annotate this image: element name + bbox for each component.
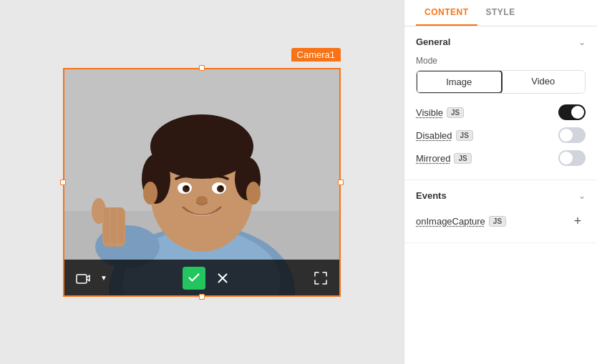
prop-row-disabled: Disabled JS — [416, 124, 586, 147]
camera-widget: ▼ — [63, 68, 341, 297]
js-badge-onImageCapture[interactable]: JS — [489, 216, 506, 227]
svg-rect-20 — [111, 207, 117, 243]
prop-name-disabled: Disabled — [416, 130, 452, 141]
svg-point-13 — [185, 186, 188, 189]
handle-top-center[interactable] — [199, 65, 205, 71]
prop-name-visible: Visible — [416, 107, 443, 118]
panel-tabs: CONTENT STYLE — [404, 0, 597, 26]
svg-point-23 — [246, 182, 261, 205]
cancel-button[interactable] — [211, 267, 234, 290]
section-general-header: General ⌄ — [416, 36, 586, 47]
prop-row-mirrored: Mirrored JS — [416, 147, 586, 169]
camera-label[interactable]: Camera1 — [291, 48, 341, 62]
camera-toolbar: ▼ — [63, 260, 341, 297]
widget-wrapper: Camera1 — [63, 68, 341, 297]
handle-mid-left[interactable] — [60, 179, 66, 185]
prop-left-visible: Visible JS — [416, 107, 464, 118]
tab-style[interactable]: STYLE — [477, 0, 524, 26]
svg-point-14 — [220, 186, 223, 189]
toggle-knob-disabled — [560, 129, 573, 142]
prop-row-visible: Visible JS — [416, 101, 586, 124]
mode-row: Mode Image Video — [416, 56, 586, 94]
chevron-down-icon[interactable]: ⌄ — [578, 37, 586, 47]
add-event-button[interactable]: + — [570, 213, 586, 229]
js-badge-disabled[interactable]: JS — [456, 130, 473, 141]
section-events-header: Events ⌄ — [416, 190, 586, 201]
canvas-area: Camera1 — [0, 0, 404, 364]
section-general: General ⌄ Mode Image Video Visible JS — [404, 26, 597, 180]
confirm-button[interactable] — [183, 267, 205, 290]
event-row-onImageCapture: onImageCapture JS + — [416, 210, 586, 232]
mode-label: Mode — [416, 56, 586, 66]
camera-icon-button[interactable] — [72, 267, 94, 290]
toggle-visible[interactable] — [558, 104, 586, 120]
mode-image-button[interactable]: Image — [416, 70, 503, 94]
event-name-onImageCapture: onImageCapture — [416, 216, 485, 227]
toggle-knob-visible — [571, 106, 584, 119]
dropdown-arrow[interactable]: ▼ — [100, 274, 107, 282]
tab-content[interactable]: CONTENT — [416, 0, 477, 26]
toggle-mirrored[interactable] — [558, 150, 586, 166]
right-panel: CONTENT STYLE General ⌄ Mode Image Video… — [404, 0, 597, 364]
prop-left-disabled: Disabled JS — [416, 130, 473, 141]
handle-bottom-center[interactable] — [199, 294, 205, 300]
mode-video-button[interactable]: Video — [502, 71, 586, 93]
chevron-down-icon-events[interactable]: ⌄ — [578, 191, 586, 201]
js-badge-visible[interactable]: JS — [447, 107, 464, 118]
toggle-knob-mirrored — [560, 152, 573, 164]
mode-toggle: Image Video — [416, 70, 586, 94]
event-left-onImageCapture: onImageCapture JS — [416, 216, 506, 227]
prop-left-mirrored: Mirrored JS — [416, 153, 472, 164]
section-events: Events ⌄ onImageCapture JS + — [404, 180, 597, 243]
toggle-disabled[interactable] — [558, 127, 586, 143]
section-events-title: Events — [416, 190, 447, 201]
panel-body: General ⌄ Mode Image Video Visible JS — [404, 26, 597, 364]
svg-rect-21 — [118, 207, 124, 243]
svg-rect-19 — [104, 207, 110, 243]
svg-point-22 — [143, 182, 157, 205]
expand-button[interactable] — [309, 267, 332, 290]
prop-name-mirrored: Mirrored — [416, 153, 450, 164]
handle-mid-right[interactable] — [338, 179, 344, 185]
section-general-title: General — [416, 36, 450, 47]
js-badge-mirrored[interactable]: JS — [454, 153, 471, 164]
svg-rect-24 — [77, 275, 87, 283]
